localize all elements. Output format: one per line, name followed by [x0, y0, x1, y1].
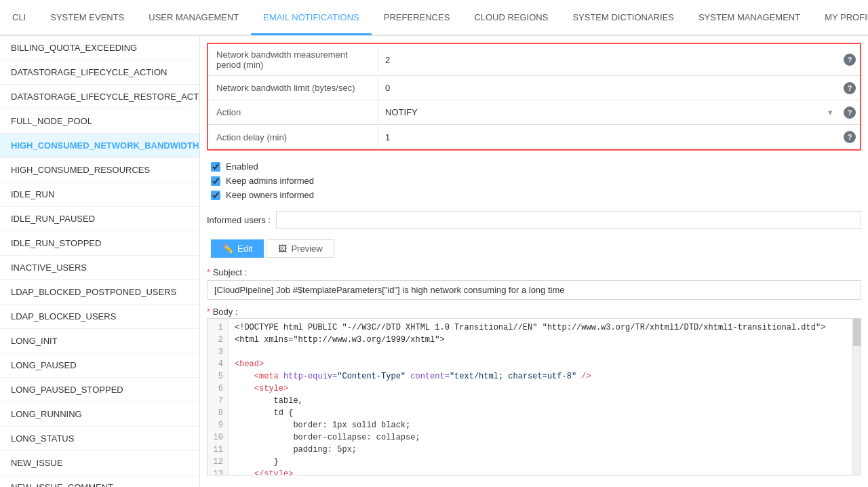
- code-line-5: <meta http-equiv="Content-Type" content=…: [235, 370, 847, 383]
- code-line-6: <style>: [235, 383, 847, 395]
- code-editor[interactable]: 123456789101112131415 <!DOCTYPE html PUB…: [208, 319, 861, 475]
- sidebar-item-long-paused-stopped[interactable]: LONG_PAUSED_STOPPED: [0, 378, 199, 402]
- preview-icon: 🖼: [278, 244, 287, 254]
- code-line-2: <html xmlns="http://www.w3.org/1999/xhtm…: [235, 334, 847, 346]
- code-line-8: td {: [235, 407, 847, 419]
- keep-owners-row: Keep owners informed: [211, 190, 857, 200]
- nav-item-cloud-regions[interactable]: CLOUD REGIONS: [462, 1, 560, 35]
- line-num-13: 13: [213, 468, 223, 475]
- sidebar-item-full-node-pool[interactable]: FULL_NODE_POOL: [0, 109, 199, 134]
- nav-item-preferences[interactable]: PREFERENCES: [372, 1, 462, 35]
- sidebar-item-long-running[interactable]: LONG_RUNNING: [0, 402, 199, 427]
- sidebar-item-inactive-users[interactable]: INACTIVE_USERS: [0, 256, 199, 280]
- line-num-4: 4: [213, 358, 223, 370]
- subject-required: *: [207, 267, 210, 277]
- sidebar-item-long-status[interactable]: LONG_STATUS: [0, 427, 199, 451]
- nav-item-system-dictionaries[interactable]: SYSTEM DICTIONARIES: [560, 1, 686, 35]
- sidebar-item-datastorage-lifecycle-action[interactable]: DATASTORAGE_LIFECYCLE_ACTION: [0, 60, 199, 85]
- line-num-5: 5: [213, 370, 223, 383]
- code-line-13: </style>: [235, 468, 847, 475]
- code-line-4: <head>: [235, 358, 847, 370]
- preview-button[interactable]: 🖼 Preview: [267, 239, 334, 258]
- line-num-2: 2: [213, 334, 223, 346]
- sidebar-item-billing-quota-exceeding[interactable]: BILLING_QUOTA_EXCEEDING: [0, 36, 199, 60]
- line-num-9: 9: [213, 419, 223, 431]
- nav-item-email-notifications[interactable]: EMAIL NOTIFICATIONS: [251, 1, 372, 35]
- sidebar-item-high-consumed-resources[interactable]: HIGH_CONSUMED_RESOURCES: [0, 158, 199, 182]
- subject-input[interactable]: [207, 280, 861, 300]
- sidebar-item-new-issue-comment[interactable]: NEW_ISSUE_COMMENT: [0, 475, 199, 487]
- code-line-12: }: [235, 456, 847, 468]
- line-numbers: 123456789101112131415: [208, 319, 229, 475]
- sidebar-item-high-consumed-network-bandwidth[interactable]: HIGH_CONSUMED_NETWORK_BANDWIDTH: [0, 134, 199, 158]
- code-line-1: <!DOCTYPE html PUBLIC "-//W3C//DTD XHTML…: [235, 322, 847, 334]
- config-row-bandwidth-limit: Network bandwidth limit (bytes/sec)0?: [208, 76, 860, 100]
- body-label-text: Body :: [213, 307, 238, 317]
- keep-owners-checkbox[interactable]: [211, 191, 220, 200]
- config-label-bandwidth-limit: Network bandwidth limit (bytes/sec): [208, 77, 378, 98]
- config-help-bandwidth-limit[interactable]: ?: [840, 82, 860, 94]
- code-line-3: [235, 346, 847, 358]
- line-num-8: 8: [213, 407, 223, 419]
- code-content: <!DOCTYPE html PUBLIC "-//W3C//DTD XHTML…: [229, 319, 852, 475]
- enabled-row: Enabled: [211, 161, 857, 172]
- config-help-action[interactable]: ?: [840, 106, 860, 119]
- keep-admins-checkbox[interactable]: [211, 176, 220, 186]
- subject-label-text: Subject :: [213, 267, 248, 277]
- enabled-label: Enabled: [226, 161, 258, 172]
- sidebar: BILLING_QUOTA_EXCEEDINGDATASTORAGE_LIFEC…: [0, 36, 200, 487]
- sidebar-item-new-issue[interactable]: NEW_ISSUE: [0, 451, 199, 475]
- config-row-action: ActionNOTIFY▾?: [208, 100, 860, 125]
- sidebar-item-ldap-blocked-postponed-users[interactable]: LDAP_BLOCKED_POSTPONED_USERS: [0, 280, 199, 305]
- config-row-action-delay: Action delay (min)1?: [208, 125, 860, 149]
- sidebar-item-idle-run-paused[interactable]: IDLE_RUN_PAUSED: [0, 207, 199, 231]
- code-line-9: border: 1px solid black;: [235, 419, 847, 431]
- edit-button[interactable]: ✏️ Edit: [211, 239, 264, 258]
- body-label-row: * Body :: [200, 304, 868, 318]
- keep-admins-row: Keep admins informed: [211, 176, 857, 186]
- code-editor-section: 123456789101112131415 <!DOCTYPE html PUB…: [207, 318, 861, 475]
- nav-item-my-profile[interactable]: MY PROFILE: [812, 1, 868, 35]
- nav-item-system-events[interactable]: SYSTEM EVENTS: [38, 1, 136, 35]
- edit-icon: ✏️: [222, 244, 233, 254]
- sidebar-item-idle-run[interactable]: IDLE_RUN: [0, 182, 199, 207]
- nav-item-system-management[interactable]: SYSTEM MANAGEMENT: [686, 1, 812, 35]
- informed-users-section: Informed users :: [200, 210, 868, 234]
- config-value-action-delay: 1: [378, 127, 840, 148]
- config-value-bandwidth-period: 2: [378, 50, 840, 71]
- config-help-action-delay[interactable]: ?: [840, 131, 860, 143]
- keep-admins-label: Keep admins informed: [226, 176, 314, 186]
- sidebar-item-long-paused[interactable]: LONG_PAUSED: [0, 353, 199, 378]
- sidebar-item-ldap-blocked-users[interactable]: LDAP_BLOCKED_USERS: [0, 305, 199, 329]
- config-help-bandwidth-period[interactable]: ?: [840, 54, 860, 66]
- line-num-3: 3: [213, 346, 223, 358]
- top-navigation: CLISYSTEM EVENTSUSER MANAGEMENTEMAIL NOT…: [0, 0, 868, 36]
- sidebar-item-datastorage-lifecycle-restore-action[interactable]: DATASTORAGE_LIFECYCLE_RESTORE_ACTION: [0, 85, 199, 109]
- code-line-10: border-collapse: collapse;: [235, 431, 847, 444]
- checkboxes-section: Enabled Keep admins informed Keep owners…: [200, 156, 868, 210]
- body-required: *: [207, 307, 210, 317]
- line-num-12: 12: [213, 456, 223, 468]
- config-label-action-delay: Action delay (min): [208, 127, 378, 148]
- nav-item-user-management[interactable]: USER MANAGEMENT: [136, 1, 251, 35]
- informed-users-label: Informed users :: [207, 215, 271, 225]
- nav-item-cli[interactable]: CLI: [0, 1, 38, 35]
- scrollbar-thumb: [853, 319, 861, 346]
- enabled-checkbox[interactable]: [211, 162, 220, 172]
- sidebar-item-long-init[interactable]: LONG_INIT: [0, 329, 199, 353]
- scrollbar[interactable]: [852, 319, 861, 475]
- line-num-11: 11: [213, 444, 223, 456]
- sidebar-item-idle-run-stopped[interactable]: IDLE_RUN_STOPPED: [0, 231, 199, 256]
- subject-row: * Subject :: [200, 263, 868, 304]
- config-row-bandwidth-period: Network bandwidth measurement period (mi…: [208, 44, 860, 76]
- edit-preview-row: ✏️ Edit 🖼 Preview: [200, 234, 868, 263]
- config-box: Network bandwidth measurement period (mi…: [207, 43, 861, 151]
- config-value-action[interactable]: NOTIFY▾: [378, 102, 840, 123]
- edit-label: Edit: [237, 244, 252, 254]
- line-num-10: 10: [213, 431, 223, 444]
- keep-owners-label: Keep owners informed: [226, 190, 314, 200]
- line-num-6: 6: [213, 383, 223, 395]
- informed-users-input[interactable]: [276, 211, 861, 229]
- main-layout: BILLING_QUOTA_EXCEEDINGDATASTORAGE_LIFEC…: [0, 36, 868, 487]
- line-num-7: 7: [213, 395, 223, 407]
